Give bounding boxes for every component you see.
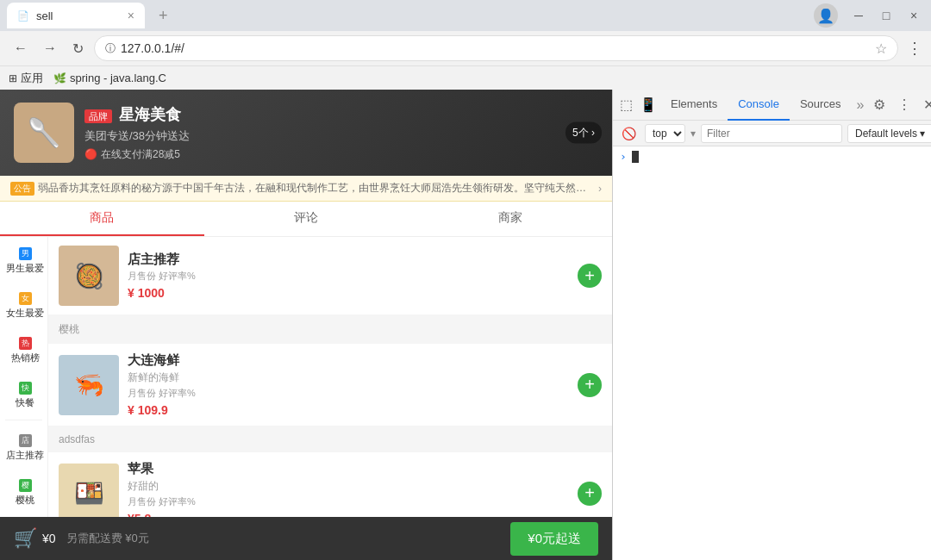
tab-reviews[interactable]: 评论	[204, 202, 409, 236]
tab-products[interactable]: 商品	[0, 202, 204, 236]
bookmark-apps-label: 应用	[21, 71, 43, 86]
refresh-button[interactable]: ↻	[67, 37, 89, 60]
sidebar-badge-hot: 热	[19, 337, 32, 350]
sidebar-item-hot[interactable]: 热 热销榜	[0, 327, 47, 371]
devtools-close-button[interactable]: ✕	[920, 93, 931, 116]
devtools-action-buttons: ⚙ ⋮ ✕	[870, 93, 931, 116]
maximize-button[interactable]: □	[876, 5, 897, 26]
product-info-0: 店主推荐 月售份 好评率% ¥ 1000	[128, 252, 569, 300]
spring-icon: 🌿	[53, 72, 66, 84]
store-badge: 品牌	[84, 109, 112, 123]
add-to-cart-0[interactable]: +	[578, 264, 602, 288]
category-header-cherry: 樱桃	[48, 315, 612, 344]
bookmark-star-icon[interactable]: ☆	[875, 40, 887, 57]
store-header: 🥄 品牌 星海美食 美团专送/38分钟送达 🔴 在线支付满28减5 5个 ›	[0, 90, 612, 176]
devtools-tab-sources[interactable]: Sources	[790, 90, 852, 121]
main-area: 🥄 品牌 星海美食 美团专送/38分钟送达 🔴 在线支付满28减5 5个 ›	[0, 90, 931, 560]
product-price-2: ¥5.8	[128, 512, 569, 517]
cart-icon: 🛒	[14, 527, 37, 550]
new-tab-button[interactable]: +	[152, 3, 175, 28]
product-tab-nav: 商品 评论 商家	[0, 202, 612, 237]
payment-icon: 🔴	[84, 148, 97, 160]
sidebar-badge-male: 男	[19, 247, 32, 260]
user-avatar[interactable]: 👤	[814, 3, 838, 28]
devtools-filter-input[interactable]	[701, 124, 842, 143]
sidebar-label-fastfood: 快餐	[6, 396, 44, 409]
product-thumb-1: 🦐	[59, 355, 119, 415]
bottom-bar: 🛒 ¥0 另需配送费 ¥0元 ¥0元起送	[0, 517, 612, 560]
category-sidebar: 男 男生最爱 女 女生最爱 热 热销榜 快 快餐	[0, 237, 48, 517]
address-text: 127.0.0.1/#/	[121, 41, 870, 55]
tab-close-button[interactable]: ×	[128, 9, 134, 22]
devtools-settings-button[interactable]: ⚙	[870, 93, 889, 116]
product-item-apple: 🍱 苹果 好甜的 月售份 好评率% ¥5.8 +	[48, 452, 612, 517]
product-price-1: ¥ 109.9	[128, 403, 569, 417]
store-logo-image: 🥄	[27, 116, 61, 149]
notice-arrow-icon[interactable]: ›	[598, 183, 602, 195]
product-item-recommend: 🥘 店主推荐 月售份 好评率% ¥ 1000 +	[48, 237, 612, 315]
store-tag: 🔴 在线支付满28减5	[84, 147, 598, 162]
sidebar-badge-female: 女	[19, 292, 32, 305]
sidebar-label-male: 男生最爱	[6, 262, 44, 275]
product-price-0: ¥ 1000	[128, 286, 569, 300]
sidebar-label-recommend: 店主推荐	[6, 449, 44, 462]
cart-icon-wrap[interactable]: 🛒 ¥0	[14, 527, 56, 550]
product-item-seafood: 🦐 大连海鲜 新鲜的海鲜 月售份 好评率% ¥ 109.9 +	[48, 344, 612, 426]
add-to-cart-1[interactable]: +	[578, 373, 602, 397]
add-to-cart-2[interactable]: +	[578, 482, 602, 506]
tab-title: sell	[36, 9, 121, 22]
sidebar-item-recommend[interactable]: 店 店主推荐	[0, 424, 47, 469]
minimize-button[interactable]: ─	[848, 5, 869, 26]
checkout-button[interactable]: ¥0元起送	[510, 522, 598, 556]
devtools-console-content[interactable]: ›	[613, 146, 931, 560]
close-button[interactable]: ×	[903, 5, 924, 26]
product-info-1: 大连海鲜 新鲜的海鲜 月售份 好评率% ¥ 109.9	[128, 352, 569, 417]
product-sub-2: 好甜的	[128, 479, 569, 494]
devtools-tab-console[interactable]: Console	[728, 90, 790, 121]
store-name-row: 品牌 星海美食	[84, 104, 598, 125]
sidebar-label-female: 女生最爱	[6, 307, 44, 320]
product-meta-1: 月售份 好评率%	[128, 387, 569, 400]
bookmark-apps[interactable]: ⊞ 应用	[9, 71, 43, 86]
address-bar[interactable]: ⓘ 127.0.0.1/#/ ☆	[94, 35, 898, 61]
browser-menu-icon[interactable]: ⋮	[907, 39, 922, 58]
tab-merchant[interactable]: 商家	[408, 202, 612, 236]
sidebar-item-female[interactable]: 女 女生最爱	[0, 282, 47, 327]
store-logo: 🥄	[14, 103, 74, 163]
console-arrow: ›	[620, 150, 627, 163]
browser-tab[interactable]: 📄 sell ×	[7, 3, 145, 28]
apps-icon: ⊞	[9, 72, 17, 84]
delivery-info: 另需配送费 ¥0元	[66, 531, 501, 546]
devtools-tabs: ⬚ 📱 Elements Console Sources » ⚙ ⋮ ✕	[613, 90, 931, 121]
devtools-more-button[interactable]: ⋮	[894, 93, 915, 116]
sidebar-label-cherry: 樱桃	[6, 494, 44, 507]
bookmark-spring[interactable]: 🌿 spring - java.lang.C	[53, 72, 166, 84]
notice-label: 公告	[10, 182, 34, 196]
devtools-context-select[interactable]: top	[645, 124, 685, 143]
devtools-levels-select[interactable]: Default levels ▾	[847, 124, 931, 143]
product-thumb-image-2: 🍱	[74, 479, 104, 507]
sidebar-item-fastfood[interactable]: 快 快餐	[0, 371, 47, 416]
product-name-1: 大连海鲜	[128, 352, 569, 369]
devtools-clear-button[interactable]: 🚫	[618, 125, 640, 142]
devtools-device-button[interactable]: 📱	[636, 93, 660, 116]
tab-favicon: 📄	[17, 10, 29, 22]
secure-icon: ⓘ	[105, 41, 116, 56]
sidebar-badge-cherry: 樱	[19, 479, 32, 492]
back-button[interactable]: ←	[9, 37, 33, 59]
product-sub-1: 新鲜的海鲜	[128, 370, 569, 385]
store-desc: 美团专送/38分钟送达	[84, 128, 598, 144]
webpage: 🥄 品牌 星海美食 美团专送/38分钟送达 🔴 在线支付满28减5 5个 ›	[0, 90, 612, 560]
sidebar-badge-fastfood: 快	[19, 382, 32, 395]
devtools-tab-more[interactable]: »	[852, 97, 870, 113]
nav-bar: ← → ↻ ⓘ 127.0.0.1/#/ ☆ ⋮	[0, 31, 931, 65]
devtools-inspect-button[interactable]: ⬚	[616, 93, 636, 116]
sidebar-item-male[interactable]: 男 男生最爱	[0, 237, 47, 282]
store-count[interactable]: 5个 ›	[565, 122, 602, 144]
devtools-tab-elements[interactable]: Elements	[660, 90, 728, 121]
sidebar-divider	[5, 420, 42, 420]
title-bar: 📄 sell × + 👤 ─ □ ×	[0, 0, 931, 31]
notice-bar: 公告 弱品香坊其烹饪原料的秘方源于中国千年古法，在融和现代制作工艺，由世界烹饪大…	[0, 176, 612, 202]
sidebar-item-cherry[interactable]: 樱 樱桃	[0, 469, 47, 513]
forward-button[interactable]: →	[38, 37, 62, 59]
